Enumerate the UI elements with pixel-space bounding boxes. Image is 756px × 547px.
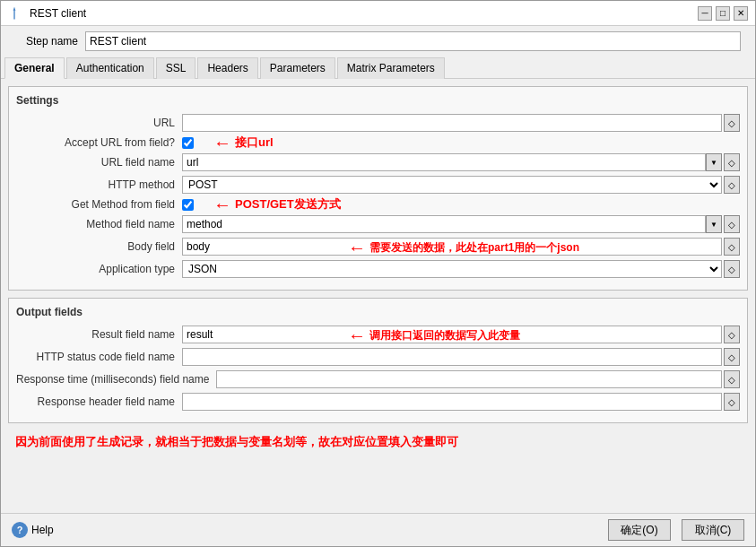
http-method-wrap: POST GET PUT DELETE ◇ [182,176,740,194]
method-field-name-input[interactable] [182,215,706,233]
result-field-row: Result field name ◇ ← 调用接口返回的数据写入此变量 [16,326,740,343]
help-area: ? Help [12,522,54,538]
method-field-name-label: Method field name [16,218,182,230]
result-field-diamond[interactable]: ◇ [724,326,740,343]
body-field-label: Body field [16,240,182,253]
url-field-name-wrap: ▼ ◇ [182,153,740,171]
accept-url-checkbox-wrap [182,137,740,149]
url-field-name-input[interactable] [182,153,706,171]
http-method-select[interactable]: POST GET PUT DELETE [182,176,722,194]
rest-client-window: REST client ─ □ ✕ Step name General Auth… [0,0,756,547]
help-label: Help [31,524,54,536]
url-field-name-row: URL field name ▼ ◇ [16,153,740,171]
accept-url-checkbox[interactable] [182,137,194,149]
ok-button[interactable]: 确定(O) [608,519,671,541]
settings-title: Settings [16,94,740,107]
url-label: URL [16,117,182,129]
url-input-wrap: ◇ [182,114,740,132]
title-bar-left: REST client [8,7,86,20]
http-status-diamond[interactable]: ◇ [724,348,740,366]
url-input[interactable] [182,114,722,132]
footer-buttons: 确定(O) 取消(C) [608,519,744,541]
http-method-row: HTTP method POST GET PUT DELETE ◇ [16,176,740,194]
response-header-wrap: ◇ [182,393,740,411]
http-status-input[interactable] [182,348,722,366]
output-title: Output fields [16,306,740,318]
tab-matrix-parameters[interactable]: Matrix Parameters [337,57,445,79]
url-field-name-label: URL field name [16,156,182,169]
application-type-wrap: JSON XML TEXT ◇ [182,260,740,278]
window-controls: ─ □ ✕ [698,6,748,21]
get-method-checkbox[interactable] [182,199,194,211]
method-field-name-row: Method field name ▼ ◇ [16,215,740,233]
content-area: Settings URL ◇ Accept URL from field? ← … [1,79,755,513]
get-method-field-row: Get Method from field ← POST/GET发送方式 [16,198,740,211]
step-name-input[interactable] [85,31,741,51]
application-type-label: Application type [16,263,182,275]
method-field-name-wrap: ▼ ◇ [182,215,740,233]
get-method-field-label: Get Method from field [16,198,182,211]
http-status-label: HTTP status code field name [16,351,182,363]
response-header-diamond[interactable]: ◇ [724,393,740,411]
tabs-row: General Authentication SSL Headers Param… [1,56,755,79]
tab-ssl[interactable]: SSL [156,57,196,79]
close-button[interactable]: ✕ [734,6,748,21]
response-header-label: Response header field name [16,395,182,408]
application-type-diamond[interactable]: ◇ [724,260,740,278]
app-icon [8,7,21,20]
url-row: URL ◇ [16,114,740,132]
footer: ? Help 确定(O) 取消(C) [1,513,755,546]
response-time-label: Response time (milliseconds) field name [16,373,216,386]
step-name-row: Step name [1,26,755,56]
title-bar: REST client ─ □ ✕ [1,1,755,26]
response-time-diamond[interactable]: ◇ [724,370,740,388]
http-method-diamond[interactable]: ◇ [724,176,740,194]
accept-url-label: Accept URL from field? [16,136,182,149]
method-field-dropdown[interactable]: ▼ [706,215,722,233]
http-status-row: HTTP status code field name ◇ [16,348,740,366]
body-field-diamond[interactable]: ◇ [724,238,740,256]
settings-section: Settings URL ◇ Accept URL from field? ← … [8,86,748,291]
bottom-note: 因为前面使用了生成记录，就相当于把数据与变量名划等，故在对应位置填入变量即可 [8,430,748,454]
url-field-dropdown[interactable]: ▼ [706,153,722,171]
http-status-wrap: ◇ [182,348,740,366]
maximize-button[interactable]: □ [716,6,730,21]
result-field-wrap: ◇ [182,326,740,343]
response-header-row: Response header field name ◇ [16,393,740,411]
window-title: REST client [30,7,86,20]
response-time-row: Response time (milliseconds) field name … [16,370,740,388]
result-field-input[interactable] [182,326,722,343]
step-name-label: Step name [15,35,78,48]
method-field-diamond[interactable]: ◇ [724,215,740,233]
response-time-input[interactable] [216,370,722,388]
application-type-row: Application type JSON XML TEXT ◇ [16,260,740,278]
body-field-row: Body field ◇ ← 需要发送的数据，此处在part1用的一个json [16,238,740,256]
body-field-wrap: ◇ [182,238,740,256]
http-method-label: HTTP method [16,178,182,191]
tab-authentication[interactable]: Authentication [66,57,154,79]
url-field-diamond[interactable]: ◇ [724,153,740,171]
tab-parameters[interactable]: Parameters [260,57,335,79]
tab-headers[interactable]: Headers [197,57,257,79]
minimize-button[interactable]: ─ [698,6,712,21]
result-field-label: Result field name [16,328,182,341]
application-type-select[interactable]: JSON XML TEXT [182,260,722,278]
response-time-wrap: ◇ [216,370,740,388]
accept-url-row: Accept URL from field? ← 接口url [16,136,740,149]
body-field-input[interactable] [182,238,722,256]
tab-general[interactable]: General [4,57,65,79]
help-icon[interactable]: ? [12,522,28,538]
get-method-checkbox-wrap [182,199,740,211]
cancel-button[interactable]: 取消(C) [682,519,744,541]
response-header-input[interactable] [182,393,722,411]
url-diamond-btn[interactable]: ◇ [724,114,740,132]
output-section: Output fields Result field name ◇ ← 调用接口… [8,298,748,423]
